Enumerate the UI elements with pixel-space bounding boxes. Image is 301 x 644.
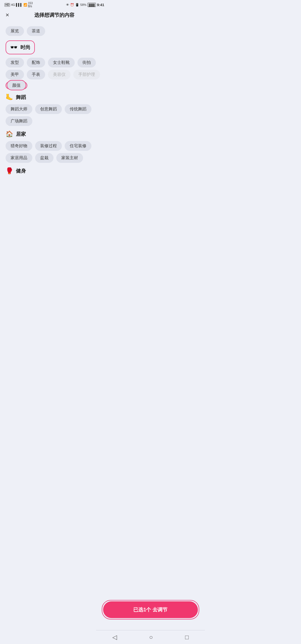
confirm-btn-wrapper: 已选1个 去调节 [102, 600, 109, 619]
tag-guangchangwudao[interactable]: 广场舞蹈 [6, 116, 32, 126]
speed-label: 153B/s [28, 2, 33, 8]
tag-peishi[interactable]: 配饰 [27, 58, 45, 67]
home-name: 居家 [16, 131, 26, 137]
tag-meijia[interactable]: 美甲 [6, 70, 24, 79]
tag-zhanlan[interactable]: 展览 [6, 26, 24, 36]
nav-bar: ◁ ○ □ [96, 630, 109, 644]
tag-jiajuyongpin[interactable]: 家居用品 [6, 153, 32, 163]
home-icon: 🏠 [6, 130, 13, 138]
category-fitness-header[interactable]: 🥊 健身 [6, 167, 103, 175]
dance-name: 舞蹈 [16, 94, 26, 101]
fashion-tags-row1: 发型 配饰 女士鞋靴 街拍 [6, 58, 103, 67]
tag-chadao[interactable]: 茶道 [27, 26, 45, 36]
content-area: 展览 茶道 🕶️ 时尚 发型 配饰 女士鞋靴 街拍 美甲 手表 美容仪 手部护理… [0, 22, 109, 207]
fashion-tags-row2: 美甲 手表 美容仪 手部护理 [6, 70, 103, 79]
fashion-subtag-box: 颜值 [6, 82, 103, 89]
tag-shounhuli: 手部护理 [73, 70, 100, 79]
battery-label: 58% [80, 3, 86, 6]
vibrate-icon: 📳 [75, 3, 79, 7]
dance-icon: 🦶 [6, 94, 13, 101]
battery-icon: ▓▓▓ [88, 3, 96, 7]
hd-label: HD [4, 3, 10, 7]
tag-jiazhuangzhucai[interactable]: 家装主材 [56, 153, 83, 163]
tag-nüshixuexue[interactable]: 女士鞋靴 [48, 58, 75, 67]
eye-icon: 👁 [66, 3, 69, 6]
status-left: HD 4G ▌▌▌ 📶 153B/s [4, 2, 33, 8]
category-fitness: 🥊 健身 [6, 167, 103, 175]
tag-zhuzhaizhuangxiu[interactable]: 住宅装修 [65, 141, 91, 151]
tag-penzai[interactable]: 盆栽 [35, 153, 54, 163]
category-fashion-header[interactable]: 🕶️ 时尚 [6, 40, 35, 54]
fitness-name: 健身 [16, 168, 26, 174]
category-dance-header[interactable]: 🦶 舞蹈 [6, 94, 103, 101]
category-fashion: 🕶️ 时尚 发型 配饰 女士鞋靴 街拍 美甲 手表 美容仪 手部护理 颜值 [6, 40, 103, 89]
confirm-button[interactable]: 已选1个 去调节 [103, 601, 109, 618]
bottom-bar: 已选1个 去调节 [96, 600, 109, 630]
tag-yanzhi[interactable]: 颜值 [7, 80, 26, 90]
fashion-icon: 🕶️ [10, 44, 18, 51]
tag-jiepai[interactable]: 街拍 [77, 58, 96, 67]
tag-chuantongwudao[interactable]: 传统舞蹈 [65, 104, 91, 114]
home-tags-row1: 猎奇好物 装修过程 住宅装修 [6, 141, 103, 151]
network-label: 4G [11, 3, 15, 6]
fitness-icon: 🥊 [6, 167, 13, 175]
tag-chuangyiwudao[interactable]: 创意舞蹈 [35, 104, 62, 114]
dance-tags-row1: 舞蹈大师 创意舞蹈 传统舞蹈 [6, 104, 103, 114]
category-dance: 🦶 舞蹈 舞蹈大师 创意舞蹈 传统舞蹈 广场舞蹈 [6, 94, 103, 126]
tag-lieqihaowu[interactable]: 猎奇好物 [6, 141, 32, 151]
fashion-name: 时尚 [20, 44, 30, 51]
category-home: 🏠 居家 猎奇好物 装修过程 住宅装修 家居用品 盆栽 家装主材 [6, 130, 103, 163]
time-label: 9:41 [97, 3, 104, 7]
tag-zhuangxiuguocheng[interactable]: 装修过程 [35, 141, 62, 151]
tag-meirongyi: 美容仪 [48, 70, 71, 79]
standalone-tags-row: 展览 茶道 [6, 26, 103, 36]
status-right: 👁 ⏰ 📳 58% ▓▓▓ 9:41 [66, 3, 104, 7]
alarm-icon: ⏰ [70, 3, 74, 7]
category-home-header[interactable]: 🏠 居家 [6, 130, 103, 138]
status-bar: HD 4G ▌▌▌ 📶 153B/s 👁 ⏰ 📳 58% ▓▓▓ 9:41 [0, 0, 109, 9]
yanzhi-selected-wrapper: 颜值 [6, 82, 27, 89]
close-button[interactable]: × [6, 12, 9, 18]
home-tags-row2: 家居用品 盆栽 家装主材 [6, 153, 103, 163]
page-title: 选择想调节的内容 [34, 12, 74, 18]
wifi-icon: 📶 [23, 3, 27, 7]
dance-tags-row2: 广场舞蹈 [6, 116, 103, 126]
page-header: × 选择想调节的内容 [0, 9, 109, 22]
tag-shoubiao[interactable]: 手表 [27, 70, 45, 79]
signal-icon: ▌▌▌ [16, 3, 22, 6]
tag-faxing[interactable]: 发型 [6, 58, 24, 67]
tag-wudaodashi[interactable]: 舞蹈大师 [6, 104, 32, 114]
